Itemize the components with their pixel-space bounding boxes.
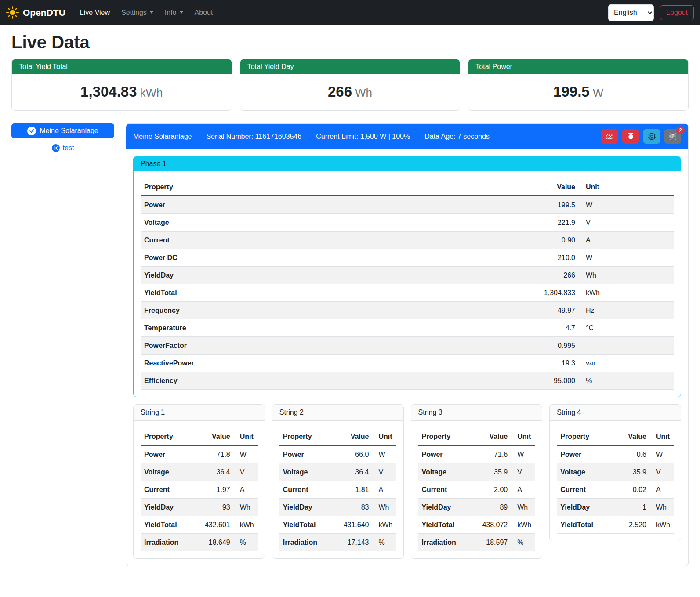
inverter-item-label: test	[63, 144, 74, 152]
cell-prop: Current	[279, 481, 332, 499]
cell-val: 93	[193, 499, 234, 516]
inverter-select-label: Meine Solaranlage	[40, 127, 98, 135]
string-table: Property Value Unit Power66.0WVoltage36.…	[279, 428, 396, 551]
cell-prop: Power	[141, 196, 403, 214]
col-property: Property	[557, 428, 613, 445]
inverter-name: Meine Solaranlage	[133, 133, 192, 141]
nav-item-info[interactable]: Info	[159, 5, 189, 20]
cell-prop: PowerFactor	[141, 337, 403, 355]
cell-unit: %	[511, 534, 535, 551]
table-row: Voltage36.4V	[141, 463, 258, 481]
table-row: YieldTotal431.640kWh	[279, 516, 396, 534]
cell-unit: Wh	[579, 267, 674, 284]
brand-label: OpenDTU	[23, 7, 65, 18]
cell-val: 4.7	[403, 319, 579, 337]
cell-unit: W	[650, 445, 674, 463]
summary-card-total-power: Total Power 199.5W	[468, 59, 689, 111]
nav-item-label: Settings	[121, 9, 147, 17]
sun-icon	[6, 6, 19, 19]
table-row: YieldDay83Wh	[279, 499, 396, 516]
string-card-body: Property Value Unit Power71.8WVoltage36.…	[134, 421, 265, 558]
table-row: Current2.00A	[418, 481, 535, 499]
table-row: YieldDay266Wh	[141, 267, 674, 284]
cell-unit: V	[650, 463, 674, 481]
cell-prop: Irradiation	[279, 534, 332, 551]
inverter-panel: Meine Solaranlage Serial Number: 1161716…	[126, 123, 689, 566]
cell-unit: V	[234, 463, 258, 481]
cell-prop: ReactivePower	[141, 355, 403, 372]
cell-prop: Voltage	[418, 463, 471, 481]
inverter-panel-body: Phase 1 Property Value Unit	[126, 149, 688, 566]
cell-unit: V	[579, 214, 674, 232]
cell-unit: kWh	[579, 284, 674, 302]
cell-prop: Power	[141, 445, 193, 463]
col-unit: Unit	[373, 428, 396, 445]
cell-unit: Hz	[579, 302, 674, 319]
string-card-title: String 4	[550, 405, 681, 421]
cell-unit: var	[579, 355, 674, 372]
col-unit: Unit	[579, 178, 674, 196]
table-header-row: Property Value Unit	[141, 428, 258, 445]
nav-item-live-view[interactable]: Live View	[74, 5, 116, 20]
cell-prop: Power	[557, 445, 613, 463]
cell-unit: A	[373, 481, 396, 499]
cell-val: 36.4	[331, 463, 372, 481]
cell-unit: kWh	[373, 516, 396, 534]
cell-prop: Current	[141, 481, 193, 499]
cell-val: 89	[470, 499, 511, 516]
cell-val: 2.520	[614, 516, 650, 534]
cell-val: 210.0	[403, 249, 579, 267]
inverter-select-button[interactable]: Meine Solaranlage	[11, 123, 114, 138]
table-row: Current0.02A	[557, 481, 674, 499]
table-row: Irradiation18.649%	[141, 534, 258, 551]
phase-table: Property Value Unit Power199.5WVoltage22…	[141, 178, 674, 390]
table-header-row: Property Value Unit	[279, 428, 396, 445]
cell-val: 0.6	[614, 445, 650, 463]
nav-item-settings[interactable]: Settings	[116, 5, 159, 20]
summary-row: Total Yield Total 1,304.83kWh Total Yiel…	[11, 59, 689, 111]
gauge-icon	[606, 133, 613, 140]
col-value: Value	[403, 178, 579, 196]
inverter-panel-header: Meine Solaranlage Serial Number: 1161716…	[126, 124, 688, 149]
nav-item-about[interactable]: About	[189, 5, 219, 20]
logout-button[interactable]: Logout	[660, 5, 694, 20]
summary-unit: W	[593, 86, 604, 99]
cell-val: 71.6	[470, 445, 511, 463]
cell-prop: YieldDay	[141, 267, 403, 284]
string-card-body: Property Value Unit Power66.0WVoltage36.…	[272, 421, 403, 558]
string-card-title: String 3	[411, 405, 542, 421]
power-button[interactable]	[622, 129, 639, 144]
cell-prop: YieldTotal	[557, 516, 613, 534]
summary-card-body: 1,304.83kWh	[12, 74, 232, 110]
main-row: Meine Solaranlage test Meine Solaranlage…	[11, 123, 689, 566]
page-title: Live Data	[11, 33, 689, 52]
string-table: Property Value Unit Power71.6WVoltage35.…	[418, 428, 535, 551]
device-info-button[interactable]	[643, 129, 660, 144]
limit-settings-button[interactable]	[601, 129, 618, 144]
inverter-item-test[interactable]: test	[11, 144, 114, 152]
summary-card-body: 266Wh	[240, 74, 460, 110]
language-select[interactable]: English	[608, 4, 654, 21]
cell-unit: kWh	[650, 516, 674, 534]
cell-val: 1,304.833	[403, 284, 579, 302]
page: OpenDTU Live View Settings Info About En…	[0, 0, 700, 597]
cell-prop: Power	[279, 445, 332, 463]
cell-val: 18.597	[470, 534, 511, 551]
string-card: String 3 Property Value Unit Power71.6WV…	[411, 404, 543, 559]
table-row: Power199.5W	[141, 196, 674, 214]
col-property: Property	[141, 428, 193, 445]
summary-card-title: Total Yield Total	[12, 59, 232, 74]
cell-val: 71.8	[193, 445, 234, 463]
cell-val: 36.4	[193, 463, 234, 481]
table-row: YieldTotal438.072kWh	[418, 516, 535, 534]
cell-prop: Voltage	[141, 463, 193, 481]
col-property: Property	[279, 428, 332, 445]
cell-prop: YieldDay	[557, 499, 613, 516]
nav-links: Live View Settings Info About	[74, 5, 608, 20]
brand[interactable]: OpenDTU	[6, 6, 65, 19]
events-button[interactable]: 2	[664, 129, 681, 144]
cell-unit: V	[511, 463, 535, 481]
cell-prop: Current	[141, 232, 403, 249]
table-header-row: Property Value Unit	[557, 428, 674, 445]
inverter-action-buttons: 2	[601, 129, 681, 144]
